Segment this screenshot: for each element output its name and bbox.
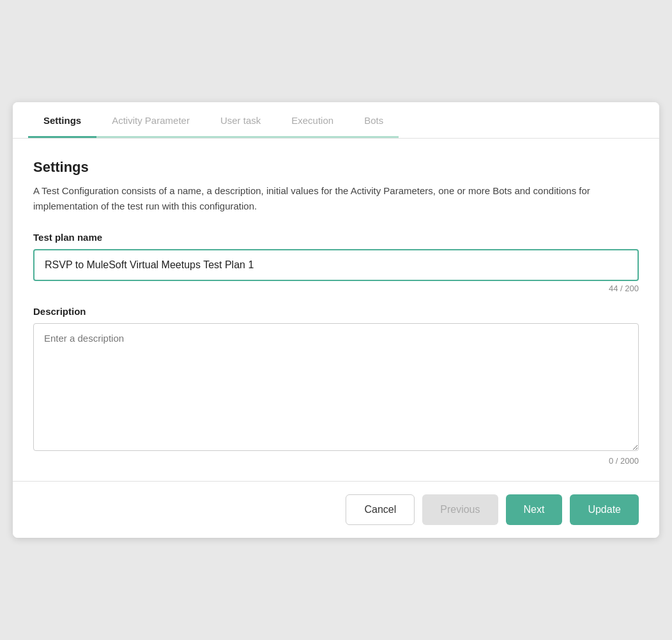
- modal-container: Settings Activity Parameter User task Ex…: [13, 102, 659, 538]
- test-plan-name-char-count: 44 / 200: [33, 284, 639, 293]
- tab-bots[interactable]: Bots: [349, 102, 399, 138]
- section-title: Settings: [33, 159, 639, 176]
- tab-activity-parameter[interactable]: Activity Parameter: [96, 102, 205, 138]
- description-char-count: 0 / 2000: [33, 456, 639, 466]
- previous-button: Previous: [422, 494, 498, 525]
- description-label: Description: [33, 306, 639, 317]
- main-content: Settings A Test Configuration consists o…: [13, 139, 659, 481]
- cancel-button[interactable]: Cancel: [346, 494, 415, 525]
- update-button[interactable]: Update: [570, 494, 639, 525]
- test-plan-name-input[interactable]: [33, 249, 639, 281]
- tab-execution[interactable]: Execution: [276, 102, 349, 138]
- footer: Cancel Previous Next Update: [13, 481, 659, 538]
- tab-user-task[interactable]: User task: [205, 102, 276, 138]
- description-textarea[interactable]: [33, 323, 639, 451]
- section-description: A Test Configuration consists of a name,…: [33, 183, 639, 214]
- test-plan-name-label: Test plan name: [33, 232, 639, 243]
- tabs-bar: Settings Activity Parameter User task Ex…: [13, 102, 659, 138]
- tab-settings[interactable]: Settings: [28, 102, 96, 138]
- next-button[interactable]: Next: [506, 494, 563, 525]
